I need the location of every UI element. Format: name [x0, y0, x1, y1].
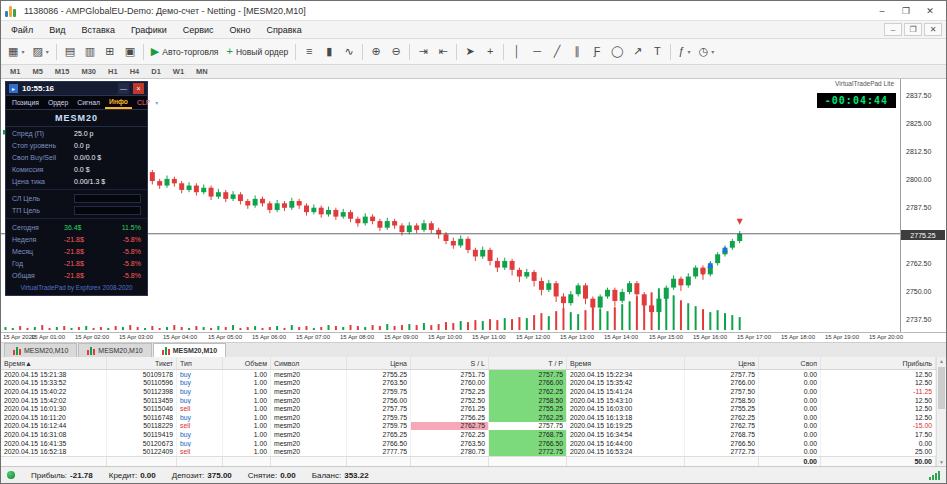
table-cell: 1.00 [223, 370, 271, 379]
column-header-10[interactable]: Цена [685, 357, 759, 369]
sl-target-field[interactable] [74, 194, 141, 203]
table-row[interactable]: 2020.04.15 15:21:3850109178buy1.00mesm20… [1, 370, 936, 379]
table-row[interactable]: 2020.04.15 15:42:0250113459buy1.00mesm20… [1, 396, 936, 405]
toolbar-button-data-window[interactable]: ▥ [80, 42, 100, 62]
table-row[interactable]: 2020.04.15 16:01:3050115046sell1.00mesm2… [1, 404, 936, 413]
toolbar-button-market-watch[interactable]: ▤ [60, 42, 80, 62]
timeframe-m15[interactable]: M15 [49, 66, 76, 77]
table-cell: 0.00 [759, 447, 821, 456]
toolbar-button-indicators[interactable]: ƒ▾ [674, 42, 694, 62]
column-header-8[interactable]: T / P [489, 357, 567, 369]
chart-tab-3[interactable]: MESM20,M10 [153, 343, 226, 357]
toolbar-button-new-chart[interactable]: ▦▾ [4, 42, 28, 62]
menu-item-file[interactable]: Файл [3, 23, 41, 37]
vtp-tab-clp[interactable]: CLP [133, 97, 154, 108]
chart-plot[interactable]: ▸ 10:55:16 — × ПозицияОрдерСигналИнфоCLP… [1, 79, 901, 332]
toolbar-button-new-order[interactable]: +Новый ордер [222, 42, 292, 62]
toolbar-button-cursor[interactable]: ➤ [460, 42, 480, 62]
toolbar-button-horizontal-line[interactable]: ─ [527, 42, 547, 62]
toolbar-button-shapes[interactable]: ◯ [607, 42, 627, 62]
toolbar-button-chart-shift[interactable]: ⇤ [433, 42, 453, 62]
table-cell: 2760.00 [411, 379, 489, 388]
column-header-5[interactable]: Символ [271, 357, 347, 369]
menu-item-insert[interactable]: Вставка [73, 23, 122, 37]
table-row[interactable]: 2020.04.15 16:52:1850122409sell1.00mesm2… [1, 447, 936, 456]
menu-item-help[interactable]: Справка [258, 23, 309, 37]
column-header-4[interactable]: Объем [223, 357, 271, 369]
time-axis[interactable]: 15 Apr 202015 Apr 01:0015 Apr 02:0015 Ap… [1, 332, 946, 342]
column-header-1[interactable]: Время ▲ [1, 357, 107, 369]
vtp-tab-position[interactable]: Позиция [8, 97, 43, 108]
menu-item-window[interactable]: Окно [222, 23, 259, 37]
timeframe-h1[interactable]: H1 [102, 66, 124, 77]
scroll-down-icon[interactable]: ▼ [939, 459, 944, 465]
scroll-up-icon[interactable]: ▲ [939, 358, 944, 364]
column-header-6[interactable]: Цена [347, 357, 411, 369]
toolbar-button-crosshair[interactable]: + [480, 42, 500, 62]
toolbar-button-navigator[interactable]: ⊞ [100, 42, 120, 62]
vtp-lite-badge[interactable]: VirtualTradePad Lite [835, 80, 894, 87]
chart-tab-1[interactable]: MESM20,M10 [4, 343, 77, 357]
table-scrollbar[interactable]: ▲ ▼ [936, 357, 946, 466]
toolbar-button-zoom-out[interactable]: ⊖ [386, 42, 406, 62]
menu-item-charts[interactable]: Графики [123, 23, 175, 37]
table-row[interactable]: 2020.04.15 16:31:0850119419buy1.00mesm20… [1, 430, 936, 439]
toolbar-button-channel[interactable]: ∥ [567, 42, 587, 62]
toolbar-button-line-chart[interactable]: ∿ [339, 42, 359, 62]
toolbar-button-vertical-line[interactable]: │ [507, 42, 527, 62]
toolbar-button-fibonacci[interactable]: Ƒ [587, 42, 607, 62]
column-header-7[interactable]: S / L [411, 357, 489, 369]
vtp-tab-order[interactable]: Ордер [44, 97, 72, 108]
timeframe-m5[interactable]: M5 [26, 66, 48, 77]
timeframe-m30[interactable]: M30 [75, 66, 102, 77]
mdi-restore-button[interactable]: ❐ [904, 23, 922, 36]
column-header-12[interactable]: Прибыль [821, 357, 936, 369]
toolbar-button-trendline[interactable]: ╱ [547, 42, 567, 62]
price-axis[interactable]: 2837.502825.002812.502800.002787.502775.… [901, 79, 946, 332]
table-row[interactable]: 2020.04.15 16:11:2050116748buy1.00mesm20… [1, 413, 936, 422]
table-cell: 50112398 [107, 387, 177, 396]
vtp-tab-signal[interactable]: Сигнал [73, 97, 104, 108]
menu-item-view[interactable]: Вид [41, 23, 73, 37]
vtp-minimize-button[interactable]: — [118, 83, 129, 94]
toolbar-button-text[interactable]: T [647, 42, 667, 62]
table-row[interactable]: 2020.04.15 15:40:2250112398buy1.00mesm20… [1, 387, 936, 396]
vtp-tab-info[interactable]: Инфо [105, 96, 132, 109]
vtp-footer-link[interactable]: VirtualTradePad by Expforex 2008-2020 [6, 281, 147, 295]
minimize-button[interactable]: – [870, 3, 894, 19]
time-axis-label: 15 Apr 04:00 [163, 334, 197, 340]
mdi-minimize-button[interactable]: – [884, 23, 902, 36]
timeframe-h4[interactable]: H4 [124, 66, 146, 77]
timeframe-mn[interactable]: MN [190, 66, 214, 77]
mdi-close-button[interactable]: ✕ [924, 23, 942, 36]
toolbar-button-profiles[interactable]: ▨▾ [28, 42, 52, 62]
column-header-2[interactable]: Тикет [107, 357, 177, 369]
timeframe-m1[interactable]: M1 [4, 66, 26, 77]
toolbar-button-zoom-in[interactable]: ⊕ [366, 42, 386, 62]
toolbar-button-auto-trading[interactable]: ▶Авто-торговля [147, 42, 223, 62]
toolbar-button-candles[interactable]: ▮ [319, 42, 339, 62]
chart-tab-2[interactable]: MESM20,M10 [78, 343, 151, 357]
toolbar-button-auto-scroll[interactable]: ⇥ [413, 42, 433, 62]
toolbar-button-bars[interactable]: ≡ [299, 42, 319, 62]
table-row[interactable]: 2020.04.15 16:41:3550120673buy1.00mesm20… [1, 439, 936, 448]
table-row[interactable]: 2020.04.15 15:33:5250110596buy1.00mesm20… [1, 379, 936, 388]
toolbar-button-toolbox[interactable]: ▣ [120, 42, 140, 62]
timeframe-d1[interactable]: D1 [145, 66, 167, 77]
close-button[interactable]: ✕ [918, 3, 942, 19]
toolbar-button-arrows[interactable]: ↗ [627, 42, 647, 62]
restore-button[interactable]: ❐ [894, 3, 918, 19]
chevron-down-icon[interactable]: ▾ [155, 99, 158, 106]
vtp-close-button[interactable]: × [133, 83, 144, 94]
column-header-9[interactable]: Время [567, 357, 685, 369]
toolbar-button-timeframes-menu[interactable]: ◷▾ [695, 42, 719, 62]
table-row[interactable]: 2020.04.15 16:12:4450118229sell1.00mesm2… [1, 422, 936, 431]
timeframe-w1[interactable]: W1 [167, 66, 190, 77]
column-header-3[interactable]: Тип [177, 357, 223, 369]
table-cell: 12.50 [821, 370, 936, 379]
vtp-title-bar[interactable]: ▸ 10:55:16 — × [6, 82, 147, 96]
tp-target-field[interactable] [74, 206, 141, 215]
scrollbar-thumb[interactable] [938, 367, 945, 409]
menu-item-tools[interactable]: Сервис [175, 23, 222, 37]
column-header-11[interactable]: Своп [759, 357, 821, 369]
